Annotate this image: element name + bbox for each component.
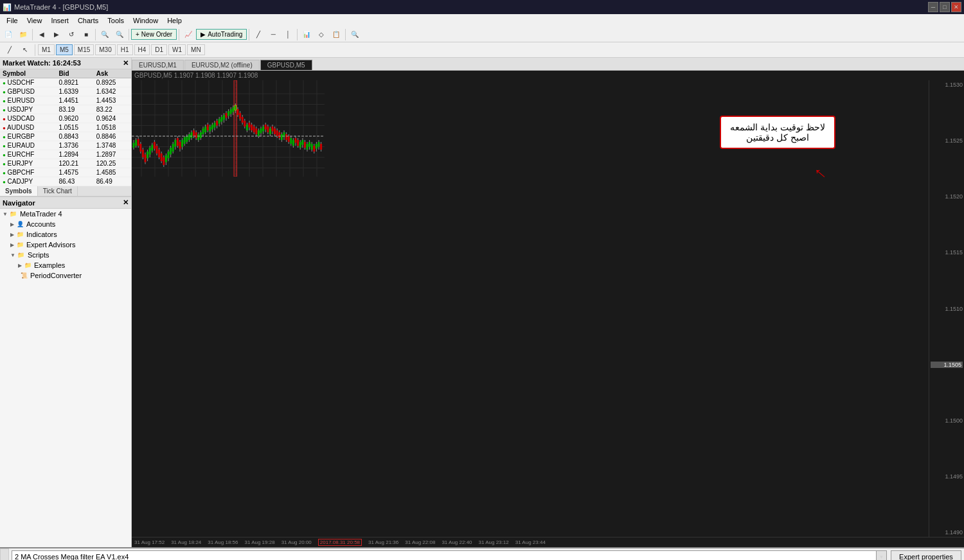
menu-insert[interactable]: Insert [47,16,73,25]
chart-tab-gbpusd-m5[interactable]: GBPUSD,M5 [260,60,312,70]
vertical-tab[interactable]: Strategy Tester [0,548,9,560]
direction-dot: ● [3,161,6,167]
nav-item-period-converter[interactable]: 📜 PeriodConverter [0,270,131,281]
market-watch-row[interactable]: ● EURJPY 120.21 120.25 [0,159,131,168]
market-watch-row[interactable]: ● GBPUSD 1.6339 1.6342 [0,87,131,96]
mw-col-bid: Bid [56,69,93,78]
svg-rect-108 [230,109,232,114]
svg-rect-170 [301,140,303,145]
line-studies-button[interactable]: ╱ [3,44,17,57]
tf-m1[interactable]: M1 [38,44,55,55]
mw-bid: 0.8921 [56,78,93,87]
svg-rect-98 [219,119,220,124]
svg-rect-42 [154,142,156,149]
time-label-highlight: 2017.08.31 20:58 [318,539,362,546]
ea-input[interactable] [12,550,877,560]
nav-item-indicators[interactable]: ▶ 📁 Indicators [0,229,131,240]
stop-button[interactable]: ■ [79,28,93,41]
templates-button[interactable]: 📋 [329,28,343,41]
toolbar-separator2 [95,29,96,40]
market-watch-row[interactable]: ● EURCHF 1.2894 1.2897 [0,150,131,159]
search-button[interactable]: 🔍 [348,28,362,41]
expert-properties-button[interactable]: Expert properties [891,550,961,560]
nav-item-scripts[interactable]: ▼ 📁 Scripts [0,250,131,260]
cursor-button[interactable]: ↖ [18,44,32,57]
tf-mn[interactable]: MN [187,44,205,55]
vline-button[interactable]: │ [281,28,295,41]
market-watch-row[interactable]: ● USDJPY 83.19 83.22 [0,105,131,114]
line-button[interactable]: ╱ [251,28,265,41]
nav-item-expert-advisors[interactable]: ▶ 📁 Expert Advisors [0,240,131,250]
ea-row: ▼ Expert properties [0,548,964,560]
new-profile-button[interactable]: 📄 [1,28,15,41]
market-watch-table: Symbol Bid Ask ● USDCHF 0.8921 0.8925 ● … [0,69,131,186]
market-watch-row[interactable]: ● EURAUD 1.3736 1.3748 [0,141,131,150]
hline-button[interactable]: ─ [266,28,280,41]
svg-rect-160 [290,138,292,144]
market-watch-row[interactable]: ● AUDUSD 1.0515 1.0518 [0,123,131,132]
tf-m5[interactable]: M5 [56,44,73,55]
market-watch-row[interactable]: ● USDCAD 0.9620 0.9624 [0,114,131,123]
expand-icon: ▼ [3,211,8,217]
mw-symbol: ● EURCHF [0,150,56,159]
nav-item-examples[interactable]: ▶ 📁 Examples [0,260,131,270]
svg-rect-22 [234,80,237,177]
chart-wizard-button[interactable]: 📈 [181,28,195,41]
objects-button[interactable]: ◇ [314,28,328,41]
nav-item-accounts[interactable]: ▶ 👤 Accounts [0,219,131,229]
left-panel: Market Watch: 16:24:53 ✕ Symbol Bid Ask … [0,58,132,547]
mw-tab-symbols[interactable]: Symbols [0,186,38,196]
direction-dot: ● [3,89,6,95]
mw-bid: 86.43 [56,177,93,186]
svg-rect-168 [299,142,301,148]
price-1.1530: 1.1530 [931,82,963,88]
chart-tab-eurusd-m1[interactable]: EURUSD,M1 [132,60,184,70]
time-label-11: 31 Aug 23:44 [515,539,546,545]
minimize-button[interactable]: ─ [928,2,938,12]
market-watch-row[interactable]: ● GBPCHF 1.4575 1.4585 [0,168,131,177]
chart-tab-eurusd-m2[interactable]: EURUSD,M2 (offline) [184,60,260,70]
indicators-button[interactable]: 📊 [299,28,314,41]
nav-item-metatrader4[interactable]: ▼ 📁 MetaTrader 4 [0,209,131,219]
ea-dropdown-button[interactable]: ▼ [877,550,887,560]
mw-symbol: ● GBPCHF [0,168,56,177]
svg-rect-156 [285,134,287,140]
market-watch-row[interactable]: ● EURUSD 1.4451 1.4453 [0,96,131,105]
zoom-out-button[interactable]: 🔍 [112,28,127,41]
menu-tools[interactable]: Tools [103,16,128,25]
time-scale: 31 Aug 17:52 31 Aug 18:24 31 Aug 18:56 3… [132,537,964,547]
autotrading-button[interactable]: ▶ AutoTrading [196,29,247,40]
mw-tab-tick-chart[interactable]: Tick Chart [38,186,78,196]
zoom-in-button[interactable]: 🔍 [98,28,112,41]
svg-rect-74 [191,132,193,138]
tf-h1[interactable]: H1 [117,44,133,55]
menu-view[interactable]: View [23,16,46,25]
new-order-button[interactable]: + New Order [131,29,177,40]
tf-m30[interactable]: M30 [95,44,115,55]
tf-d1[interactable]: D1 [151,44,167,55]
menu-file[interactable]: File [3,16,22,25]
market-watch-close-icon[interactable]: ✕ [123,59,129,67]
close-button[interactable]: ✕ [951,2,961,12]
forward-button[interactable]: ▶ [49,28,64,41]
refresh-button[interactable]: ↺ [64,28,78,41]
menu-window[interactable]: Window [129,16,162,25]
mw-symbol: ● USDCHF [0,78,56,87]
navigator-close-icon[interactable]: ✕ [123,198,129,207]
mw-bid: 1.4575 [56,168,93,177]
market-watch-row[interactable]: ● USDCHF 0.8921 0.8925 [0,78,131,87]
svg-rect-102 [223,115,225,120]
maximize-button[interactable]: □ [940,2,950,12]
market-watch-row[interactable]: ● EURGBP 0.8843 0.8846 [0,132,131,141]
tf-w1[interactable]: W1 [168,44,186,55]
tf-h4[interactable]: H4 [134,44,150,55]
tf-m15[interactable]: M15 [74,44,94,55]
menu-charts[interactable]: Charts [74,16,102,25]
svg-rect-166 [297,140,299,146]
market-watch-row[interactable]: ● CADJPY 86.43 86.49 [0,177,131,186]
titlebar-controls[interactable]: ─ □ ✕ [928,2,961,12]
chart-canvas[interactable]: 1.1530 1.1525 1.1520 1.1515 1.1510 1.150… [132,80,964,537]
open-button[interactable]: 📁 [16,28,30,41]
menu-help[interactable]: Help [163,16,186,25]
back-button[interactable]: ◀ [35,28,49,41]
